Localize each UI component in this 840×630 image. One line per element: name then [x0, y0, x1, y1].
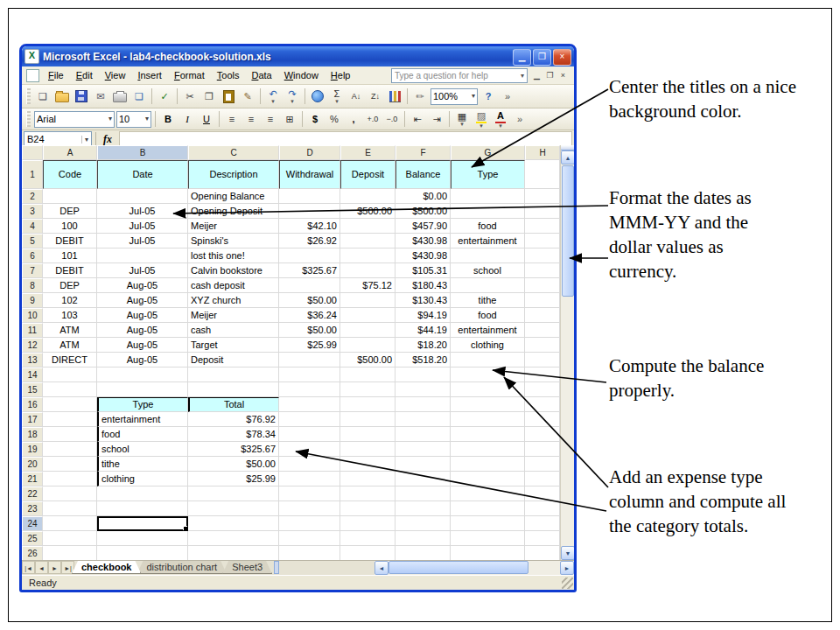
- cell-D14[interactable]: [279, 368, 340, 382]
- last-sheet-button[interactable]: ►|: [61, 561, 74, 574]
- row-header-18[interactable]: 18: [22, 427, 43, 442]
- cell-B17[interactable]: entertainment: [97, 412, 188, 427]
- cell-C17[interactable]: $76.92: [188, 412, 279, 427]
- cell-E10[interactable]: [340, 308, 396, 323]
- cell-A7[interactable]: DEBIT: [43, 263, 97, 278]
- cell-F4[interactable]: $457.90: [396, 219, 451, 234]
- doc-close-button[interactable]: ×: [556, 71, 570, 80]
- cell-E11[interactable]: [340, 323, 396, 338]
- cell-B2[interactable]: [97, 189, 188, 204]
- fill-color-button-arrow-icon[interactable]: ▾: [480, 123, 483, 129]
- cell-C8[interactable]: cash deposit: [188, 278, 279, 293]
- paste-button[interactable]: [220, 88, 237, 106]
- cell-C13[interactable]: Deposit: [188, 353, 279, 368]
- cell-C24[interactable]: [188, 516, 279, 531]
- cell-G6[interactable]: [451, 248, 525, 263]
- cell-A1[interactable]: Code: [43, 160, 97, 189]
- row-header-7[interactable]: 7: [22, 263, 43, 278]
- vertical-scrollbar[interactable]: ▲ ▼: [560, 145, 574, 560]
- select-all-corner[interactable]: [22, 145, 43, 160]
- cell-H10[interactable]: [525, 308, 560, 323]
- cell-A17[interactable]: [43, 412, 97, 427]
- cell-H2[interactable]: [525, 189, 560, 204]
- merge-center-button[interactable]: ⊞: [281, 110, 298, 129]
- chart-wizard-button[interactable]: [386, 88, 403, 106]
- next-sheet-button[interactable]: ►: [48, 561, 61, 574]
- scroll-right-button[interactable]: ►: [560, 561, 574, 575]
- zoom-combo[interactable]: 100%▾: [430, 88, 478, 105]
- cell-B20[interactable]: tithe: [97, 457, 188, 472]
- cell-C2[interactable]: Opening Balance: [188, 189, 279, 204]
- cell-E17[interactable]: [340, 412, 396, 427]
- cell-C14[interactable]: [188, 368, 279, 382]
- cell-A3[interactable]: DEP: [43, 204, 97, 219]
- cell-H12[interactable]: [525, 338, 560, 353]
- cell-D5[interactable]: $26.92: [279, 234, 340, 248]
- cell-F12[interactable]: $18.20: [396, 338, 451, 353]
- cell-G19[interactable]: [451, 442, 525, 457]
- column-header-E[interactable]: E: [340, 145, 396, 160]
- cell-D25[interactable]: [279, 531, 340, 546]
- cell-G3[interactable]: [451, 204, 525, 219]
- row-header-21[interactable]: 21: [22, 472, 43, 486]
- horizontal-scrollbar[interactable]: ◄ ►: [374, 561, 574, 575]
- cell-H11[interactable]: [525, 323, 560, 338]
- cell-G7[interactable]: school: [451, 263, 525, 278]
- restore-button[interactable]: ❐: [533, 49, 551, 66]
- cell-G5[interactable]: entertainment: [451, 234, 525, 248]
- row-header-16[interactable]: 16: [22, 397, 43, 412]
- cell-F3[interactable]: $500.00: [396, 204, 451, 219]
- cell-B1[interactable]: Date: [97, 160, 188, 189]
- font-color-button[interactable]: A▾: [492, 110, 509, 129]
- cell-G26[interactable]: [451, 546, 525, 560]
- cell-C1[interactable]: Description: [188, 160, 279, 189]
- cell-A25[interactable]: [43, 531, 97, 546]
- cell-H4[interactable]: [525, 219, 560, 234]
- sheet-tab-sheet3[interactable]: Sheet3: [222, 561, 272, 574]
- decrease-indent-button[interactable]: ⇤: [409, 110, 426, 129]
- horizontal-scroll-thumb[interactable]: [388, 561, 528, 574]
- cell-D11[interactable]: $50.00: [279, 323, 340, 338]
- cell-A2[interactable]: [43, 189, 97, 204]
- cell-A16[interactable]: [43, 397, 97, 412]
- cell-B16[interactable]: Type: [97, 397, 188, 412]
- cell-G13[interactable]: [451, 353, 525, 368]
- cell-A8[interactable]: DEP: [43, 278, 97, 293]
- undo-button[interactable]: ↶▾: [264, 88, 282, 106]
- row-header-2[interactable]: 2: [22, 189, 43, 204]
- cell-A23[interactable]: [43, 501, 97, 516]
- cell-A20[interactable]: [43, 457, 97, 472]
- cell-G18[interactable]: [451, 427, 525, 442]
- cell-E20[interactable]: [340, 457, 396, 472]
- cell-G1[interactable]: Type: [451, 160, 525, 189]
- cell-D1[interactable]: Withdrawal: [279, 160, 340, 189]
- cell-F26[interactable]: [396, 546, 451, 560]
- row-header-12[interactable]: 12: [22, 338, 43, 353]
- cell-C20[interactable]: $50.00: [188, 457, 279, 472]
- sheet-tab-checkbook[interactable]: checkbook: [72, 561, 141, 574]
- cell-B14[interactable]: [97, 368, 188, 382]
- row-header-24[interactable]: 24: [22, 516, 43, 531]
- cell-D3[interactable]: [279, 204, 340, 219]
- column-header-C[interactable]: C: [188, 145, 279, 160]
- percent-button[interactable]: %: [326, 110, 343, 129]
- cell-G11[interactable]: entertainment: [451, 323, 525, 338]
- cell-H21[interactable]: [525, 472, 560, 486]
- save-button[interactable]: [73, 88, 90, 106]
- cell-E24[interactable]: [340, 516, 396, 531]
- vertical-scroll-thumb[interactable]: [562, 165, 574, 297]
- cell-C19[interactable]: $325.67: [188, 442, 279, 457]
- cell-H9[interactable]: [525, 293, 560, 308]
- menu-tools[interactable]: Tools: [211, 68, 246, 82]
- row-header-3[interactable]: 3: [22, 204, 43, 219]
- cell-D7[interactable]: $325.67: [279, 263, 340, 278]
- cell-H25[interactable]: [525, 531, 560, 546]
- cell-A24[interactable]: [43, 516, 97, 531]
- bold-button[interactable]: B: [159, 110, 177, 129]
- cell-B23[interactable]: [97, 501, 188, 516]
- cell-A19[interactable]: [43, 442, 97, 457]
- cell-H26[interactable]: [525, 546, 560, 560]
- fill-color-button[interactable]: ▨▾: [472, 110, 490, 129]
- sort-descending-button[interactable]: Z↓: [367, 88, 384, 106]
- menu-data[interactable]: Data: [245, 68, 277, 82]
